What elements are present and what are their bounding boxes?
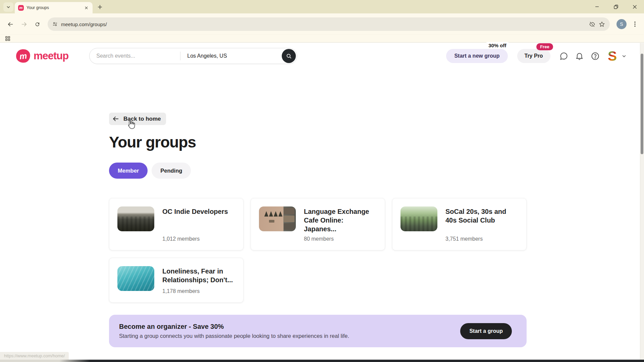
back-button[interactable] <box>5 18 16 30</box>
reload-icon <box>35 21 40 27</box>
forward-arrow-icon <box>21 21 27 27</box>
tab-pending[interactable]: Pending <box>152 163 191 179</box>
bell-icon <box>575 52 584 61</box>
group-member-count: 1,178 members <box>162 288 235 294</box>
back-to-home-link[interactable]: Back to home <box>109 113 166 125</box>
notifications-button[interactable] <box>575 52 584 61</box>
browser-tab[interactable]: m Your groups <box>15 2 93 13</box>
meetup-favicon-icon: m <box>18 5 24 11</box>
group-member-count: 3,751 members <box>445 236 518 242</box>
tracking-protection-off-icon[interactable] <box>589 21 595 27</box>
groups-grid: OC Indie Developers 1,012 members <box>109 198 527 303</box>
group-photo <box>117 206 154 231</box>
group-name: Loneliness, Fear in Relationships; Don't… <box>162 267 235 284</box>
group-member-count: 1,012 members <box>162 236 228 242</box>
window-controls <box>588 0 644 13</box>
apps-grid-icon[interactable] <box>5 36 10 41</box>
url-text[interactable]: meetup.com/groups/ <box>61 21 586 27</box>
user-avatar[interactable]: S <box>608 49 617 63</box>
free-badge: Free <box>536 43 553 50</box>
start-new-group-button[interactable]: Start a new group <box>446 49 507 63</box>
bookmark-star-icon[interactable] <box>599 21 605 27</box>
site-settings-icon[interactable] <box>52 21 58 27</box>
scrollbar-thumb[interactable] <box>641 54 643 154</box>
minimize-button[interactable] <box>588 0 606 13</box>
try-pro-button[interactable]: Try Pro <box>517 49 550 63</box>
location-input[interactable] <box>180 53 258 59</box>
close-icon <box>633 5 637 9</box>
taskbar-edge <box>0 360 644 362</box>
left-arrow-icon <box>112 115 119 122</box>
group-name: Language Exchange Cafe Online: Japanes..… <box>304 207 377 233</box>
site-header: m meetup 30% off Start a new group Free … <box>0 43 644 69</box>
start-a-group-button[interactable]: Start a group <box>460 323 512 339</box>
restore-button[interactable] <box>606 0 625 13</box>
new-tab-button[interactable] <box>95 2 105 12</box>
tab-member[interactable]: Member <box>109 163 148 179</box>
tab-search-button[interactable] <box>3 2 13 12</box>
tab-close-icon[interactable] <box>83 5 89 11</box>
meetup-page: m meetup 30% off Start a new group Free … <box>0 43 644 362</box>
group-card[interactable]: SoCal 20s, 30s and 40s Social Club 3,751… <box>392 198 527 250</box>
bookmarks-bar <box>0 35 644 43</box>
group-photo <box>117 266 154 291</box>
meetup-logo[interactable]: m meetup <box>16 49 68 63</box>
meetup-logo-icon: m <box>15 49 31 63</box>
page-title: Your groups <box>109 133 527 151</box>
search-bar <box>89 48 297 64</box>
group-name: SoCal 20s, 30s and 40s Social Club <box>445 207 518 225</box>
group-photo <box>259 206 296 231</box>
browser-menu-button[interactable] <box>631 20 639 28</box>
minimize-icon <box>595 5 599 9</box>
kebab-menu-icon <box>634 21 636 27</box>
back-arrow-icon <box>7 21 14 27</box>
group-photo <box>400 206 437 231</box>
close-window-button[interactable] <box>625 0 644 13</box>
browser-profile-avatar[interactable]: S <box>616 19 627 29</box>
search-button[interactable] <box>282 49 296 63</box>
group-name: OC Indie Developers <box>162 207 228 216</box>
group-card[interactable]: Loneliness, Fear in Relationships; Don't… <box>109 258 244 303</box>
organizer-banner: Become an organizer - Save 30% Starting … <box>109 315 527 347</box>
meetup-wordmark: meetup <box>34 50 68 62</box>
membership-filter-tabs: Member Pending <box>109 163 527 179</box>
search-icon <box>286 53 292 59</box>
forward-button[interactable] <box>18 18 30 30</box>
group-member-count: 80 members <box>304 236 377 242</box>
url-bar[interactable]: meetup.com/groups/ <box>48 17 610 31</box>
browser-tab-strip: m Your groups <box>0 0 644 13</box>
search-events-input[interactable] <box>90 53 180 59</box>
plus-icon <box>98 5 102 9</box>
back-link-label: Back to home <box>123 116 161 122</box>
main-content: Back to home Your groups Member Pending … <box>109 69 527 347</box>
group-card[interactable]: OC Indie Developers 1,012 members <box>109 198 244 250</box>
chevron-down-icon <box>6 5 10 9</box>
header-actions: 30% off Start a new group Free Try Pro S <box>446 49 627 63</box>
profile-menu-button[interactable] <box>622 54 627 59</box>
link-preview-status: https://www.meetup.com/home/ <box>0 352 69 360</box>
restore-icon <box>614 5 618 9</box>
banner-title: Become an organizer - Save 30% <box>119 323 349 330</box>
help-button[interactable] <box>591 52 600 61</box>
reload-button[interactable] <box>32 18 43 30</box>
chat-bubble-icon <box>559 52 568 61</box>
question-mark-icon <box>591 52 600 61</box>
promo-badge: 30% off <box>486 42 509 49</box>
chevron-down-icon <box>622 54 627 59</box>
browser-toolbar: meetup.com/groups/ S <box>0 13 644 35</box>
tab-title: Your groups <box>26 5 80 10</box>
messages-button[interactable] <box>559 52 568 61</box>
banner-subtitle: Starting a group connects you with passi… <box>119 333 349 339</box>
group-card[interactable]: Language Exchange Cafe Online: Japanes..… <box>251 198 385 250</box>
